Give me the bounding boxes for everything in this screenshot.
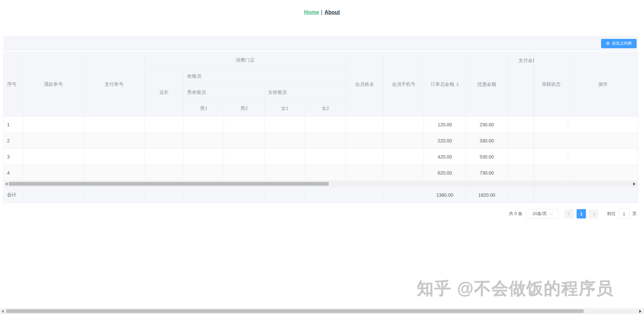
gear-icon: ⚙ — [606, 41, 610, 46]
table-toolbar: ⚙ 自定义列表 — [3, 36, 638, 51]
cell-index: 1 — [4, 117, 23, 133]
table-scrollbar-thumb[interactable] — [9, 182, 329, 186]
page-size-select[interactable]: 20条/页 — [526, 209, 558, 219]
watermark: 知乎 @不会做饭的程序员 — [417, 277, 614, 300]
table-horizontal-scrollbar[interactable] — [3, 181, 638, 187]
page-scrollbar-thumb[interactable] — [6, 309, 584, 313]
cell-index: 3 — [4, 149, 23, 165]
cell-index: 4 — [4, 165, 23, 181]
data-table: 序号 退款单号 支付单号 消费门店 会员姓名 会员手机号 订单总金额 优惠金额 … — [3, 52, 638, 181]
cell-order-total: 420.00 — [424, 149, 466, 165]
prev-page-button[interactable] — [565, 209, 574, 218]
col-header-member-name: 会员姓名 — [346, 52, 384, 117]
cell-discount: 230.00 — [466, 117, 508, 133]
cell-discount: 530.00 — [466, 149, 508, 165]
col-header-male1: 男1 — [184, 101, 224, 117]
col-header-store-manager: 店长 — [145, 68, 184, 117]
chevron-right-icon — [592, 212, 595, 215]
order-total-label: 订单总金额 — [431, 81, 454, 87]
table-row[interactable]: 3 420.00 530.00 — [4, 149, 638, 165]
nav-link-about[interactable]: About — [324, 9, 340, 15]
cell-discount: 330.00 — [466, 133, 508, 149]
col-header-male-cashier-group: 男收银员 — [184, 84, 265, 101]
col-header-male2: 男2 — [224, 101, 265, 117]
col-header-audit-status: 审核状态 — [534, 52, 568, 117]
table-container: ⚙ 自定义列表 序号 退款单号 支付单号 消费门店 会员姓名 会员手 — [3, 36, 638, 203]
table-body: 1 120.00 230.00 2 220.00 330.00 3 420.0 — [4, 117, 638, 181]
top-nav: Home|About — [0, 9, 644, 15]
page: Home|About ⚙ 自定义列表 序号 退款单号 支付单号 — [0, 0, 644, 314]
nav-separator: | — [319, 9, 324, 15]
col-header-store-group: 消费门店 — [145, 52, 346, 68]
col-header-payment-no: 支付单号 — [84, 52, 145, 117]
customize-columns-button[interactable]: ⚙ 自定义列表 — [601, 39, 637, 48]
scroll-right-icon[interactable] — [633, 182, 635, 186]
table-row[interactable]: 1 120.00 230.00 — [4, 117, 638, 133]
cell-order-total: 220.00 — [424, 133, 466, 149]
summary-row: 合计 1380.00 1820.00 — [4, 187, 638, 203]
cell-order-total: 620.00 — [424, 165, 466, 181]
pagination: 共 0 条 20条/页 1 前往 页 — [509, 209, 637, 219]
goto-label: 前往 — [607, 211, 615, 217]
col-header-refund-no: 退款单号 — [23, 52, 84, 117]
chevron-down-icon — [549, 212, 553, 215]
next-page-button[interactable] — [589, 209, 598, 218]
sort-caret-icon[interactable] — [456, 82, 459, 86]
chevron-left-icon — [568, 212, 571, 215]
cell-order-total: 120.00 — [424, 117, 466, 133]
table-row[interactable]: 4 620.00 730.00 — [4, 165, 638, 181]
scroll-right-icon[interactable] — [639, 310, 641, 313]
cell-discount: 730.00 — [466, 165, 508, 181]
col-header-female2: 女2 — [305, 101, 346, 117]
pagination-total: 共 0 条 — [509, 211, 522, 217]
col-header-female-cashier-group: 女收银员 — [265, 84, 346, 101]
col-header-member-phone: 会员手机号 — [384, 52, 424, 117]
scroll-left-icon[interactable] — [5, 182, 7, 186]
col-header-payment-amount: 支付金额 — [508, 52, 534, 117]
col-header-index: 序号 — [4, 52, 23, 117]
col-header-discount: 优惠金额 — [466, 52, 508, 117]
col-header-cashier-group: 收银员 — [184, 68, 346, 84]
goto-suffix: 页 — [632, 211, 637, 217]
summary-order-total: 1380.00 — [424, 187, 466, 203]
page-number-button[interactable]: 1 — [577, 209, 586, 218]
cell-index: 2 — [4, 133, 23, 149]
table-row[interactable]: 2 220.00 330.00 — [4, 133, 638, 149]
goto-page-input[interactable] — [618, 209, 630, 219]
customize-columns-label: 自定义列表 — [612, 41, 632, 46]
page-size-label: 20条/页 — [532, 211, 547, 217]
summary-table: 合计 1380.00 1820.00 — [3, 187, 638, 203]
nav-link-home[interactable]: Home — [304, 9, 319, 15]
col-header-actions: 操作 — [568, 52, 638, 117]
page-horizontal-scrollbar[interactable] — [0, 308, 644, 314]
col-header-female1: 女1 — [265, 101, 305, 117]
col-header-order-total[interactable]: 订单总金额 — [424, 52, 466, 117]
summary-label: 合计 — [4, 187, 23, 203]
scroll-left-icon[interactable] — [2, 310, 4, 313]
table-header: 序号 退款单号 支付单号 消费门店 会员姓名 会员手机号 订单总金额 优惠金额 … — [4, 52, 638, 117]
summary-discount: 1820.00 — [466, 187, 508, 203]
